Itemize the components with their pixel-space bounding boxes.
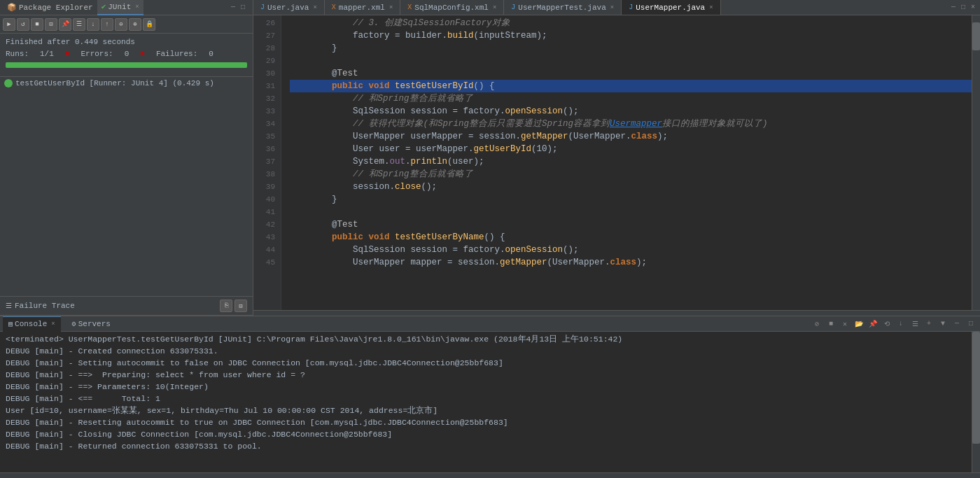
code-line: System.out.println(user);	[290, 155, 972, 168]
new-console-button[interactable]: +	[923, 318, 935, 330]
minimize-console-button[interactable]: ─	[951, 318, 963, 330]
console-tab-close[interactable]: ×	[51, 321, 55, 328]
sqlmap-file-icon: X	[407, 3, 412, 11]
horizontal-scrollbar[interactable]	[253, 310, 980, 316]
code-line: @Test	[290, 67, 972, 80]
minimize-editor-icon[interactable]: ─	[949, 3, 958, 11]
console-debug-line-5: DEBUG [main] - Resetting autocommit to t…	[6, 416, 966, 428]
maximize-icon[interactable]: □	[239, 3, 247, 11]
code-line: SqlSession session = factory.openSession…	[290, 105, 972, 118]
maximize-editor-icon[interactable]: □	[959, 3, 967, 11]
tab-sqlmapconfig-close[interactable]: ×	[493, 4, 496, 11]
runs-label: Runs:	[6, 50, 29, 58]
copy-trace-button[interactable]: ⎘	[220, 300, 232, 312]
main-area: 📦 Package Explorer ✔ JUnit × ─ □ ▶ ↺ ■ ⊟…	[0, 0, 980, 316]
open-file-button[interactable]: 📂	[853, 318, 865, 330]
code-line	[290, 55, 972, 67]
close-editor-icon[interactable]: ×	[969, 3, 977, 11]
console-user-line: User [id=10, username=张某某, sex=1, birthd…	[6, 405, 966, 416]
expand-all-button[interactable]: ⊕	[129, 18, 141, 31]
tab-mapper-xml-close[interactable]: ×	[389, 4, 393, 11]
rerun-button[interactable]: ▶	[3, 18, 15, 31]
package-explorer-icon: 📦	[7, 3, 17, 12]
console-debug-line-3: DEBUG [main] - ==> Parameters: 10(Intege…	[6, 381, 966, 393]
console-scrollbar-thumb[interactable]	[972, 332, 980, 444]
code-line: // 和Spring整合后就省略了	[290, 168, 972, 181]
test-item[interactable]: testGetUserById [Runner: JUnit 4] (0.429…	[0, 77, 253, 90]
code-content[interactable]: // 3. 创建SqlSessionFactory对象 factory = bu…	[281, 15, 972, 310]
terminate-button[interactable]: ■	[825, 318, 837, 330]
junit-stats: Runs: 1/1 ✖ Errors: 0 ✖ Failures: 0	[6, 49, 247, 58]
panel-tab-bar: 📦 Package Explorer ✔ JUnit × ─ □	[0, 0, 253, 15]
console-debug-line-1: DEBUG [main] - Setting autocommit to fal…	[6, 357, 966, 369]
code-line: session.close();	[290, 181, 972, 193]
line-numbers: 2627282930 3132333435 3637383940 4142434…	[253, 15, 281, 310]
maximize-console-button[interactable]: □	[965, 318, 977, 330]
runs-value: 1/1	[40, 50, 54, 58]
console-right-scrollbar[interactable]	[972, 332, 980, 472]
failure-trace-icon: ☰	[6, 302, 12, 310]
test-pass-icon	[4, 79, 13, 87]
code-line: // 获得代理对象(和Spring整合后只需要通过Spring容器拿到Userm…	[290, 118, 972, 130]
rerun-failed-button[interactable]: ↺	[17, 18, 29, 31]
console-tab-bar: ▤ Console × ⚙ Servers ⊘ ■ ✕ 📂 📌 ⟲ ↓ ☰ + …	[0, 316, 980, 332]
console-menu-button[interactable]: ▼	[937, 318, 949, 330]
errors-label: Errors:	[80, 50, 113, 58]
tab-sqlmapconfig-xml[interactable]: X SqlMapConfig.xml ×	[400, 0, 504, 15]
tab-usermappertest-java[interactable]: J UserMapperTest.java ×	[504, 0, 622, 15]
code-line: UserMapper userMapper = session.getMappe…	[290, 130, 972, 143]
history-button[interactable]: ⊟	[45, 18, 57, 31]
editor-tabs: J User.java × X mapper.xml × X SqlMapCon…	[253, 0, 980, 15]
test-file-icon: J	[511, 3, 515, 11]
junit-results: Finished after 0.449 seconds Runs: 1/1 ✖…	[0, 34, 253, 77]
clear-console-button[interactable]: ⊘	[811, 318, 823, 330]
tab-user-java-close[interactable]: ×	[313, 4, 316, 11]
code-line: // 和Spring整合后就省略了	[290, 92, 972, 105]
failure-trace-label: Failure Trace	[15, 302, 75, 310]
minimize-icon[interactable]: ─	[229, 3, 237, 11]
tab-package-explorer[interactable]: 📦 Package Explorer	[3, 0, 97, 15]
console-debug-line-6: DEBUG [main] - Closing JDBC Connection […	[6, 428, 966, 440]
failure-trace-actions: ⎘ ⊟	[220, 300, 247, 312]
code-line: public void testGetUserByName() {	[290, 231, 972, 244]
right-scrollbar[interactable]	[972, 15, 980, 310]
progress-bar-fill	[6, 62, 247, 68]
tab-mapper-xml[interactable]: X mapper.xml ×	[325, 0, 400, 15]
pin-console-button[interactable]: 📌	[867, 318, 879, 330]
code-line: User user = userMapper.getUserById(10);	[290, 143, 972, 155]
word-wrap-button[interactable]: ⟲	[881, 318, 893, 330]
tab-servers[interactable]: ⚙ Servers	[66, 316, 116, 332]
collapse-all-button[interactable]: ⊖	[115, 18, 127, 31]
console-debug-line-4: DEBUG [main] - <== Total: 1	[6, 393, 966, 405]
console-horizontal-scrollbar[interactable]	[0, 472, 980, 478]
code-line: @Test	[290, 218, 972, 231]
layout-button[interactable]: ☰	[73, 18, 85, 31]
prev-fail-button[interactable]: ↑	[101, 18, 113, 31]
tab-usermappertest-close[interactable]: ×	[610, 4, 614, 11]
scroll-end-button[interactable]: ↓	[895, 318, 907, 330]
pin-button[interactable]: 📌	[59, 18, 71, 31]
junit-toolbar: ▶ ↺ ■ ⊟ 📌 ☰ ↓ ↑ ⊖ ⊕ 🔒	[0, 15, 253, 34]
display-selected-button[interactable]: ☰	[909, 318, 921, 330]
scroll-lock-button[interactable]: 🔒	[143, 18, 155, 31]
stop-button[interactable]: ■	[31, 18, 43, 31]
junit-close-icon[interactable]: ×	[135, 3, 139, 10]
tab-usermapper-close[interactable]: ×	[709, 4, 713, 11]
scrollbar-thumb[interactable]	[972, 22, 980, 50]
filter-stack-button[interactable]: ⊟	[234, 300, 247, 312]
tab-usermapper-java[interactable]: J UserMapper.java ×	[622, 0, 720, 15]
remove-launch-button[interactable]: ✕	[839, 318, 851, 330]
errors-value: 0	[125, 50, 130, 58]
tab-junit[interactable]: ✔ JUnit ×	[97, 0, 144, 15]
tab-user-java[interactable]: J User.java ×	[253, 0, 325, 15]
tab-console[interactable]: ▤ Console ×	[3, 316, 61, 332]
console-debug-line-0: DEBUG [main] - Created connection 633075…	[6, 345, 966, 357]
console-content: <terminated> UserMapperTest.testGetUserB…	[0, 332, 972, 472]
console-tab-label: Console	[15, 320, 47, 328]
next-fail-button[interactable]: ↓	[87, 18, 99, 31]
code-line: // 3. 创建SqlSessionFactory对象	[290, 17, 972, 29]
editor-window-controls: ─ □ ×	[949, 3, 980, 11]
code-line: public void testGetUserById() {	[290, 80, 972, 92]
servers-tab-label: Servers	[78, 320, 111, 328]
code-line: UserMapper mapper = session.getMapper(Us…	[290, 256, 972, 269]
